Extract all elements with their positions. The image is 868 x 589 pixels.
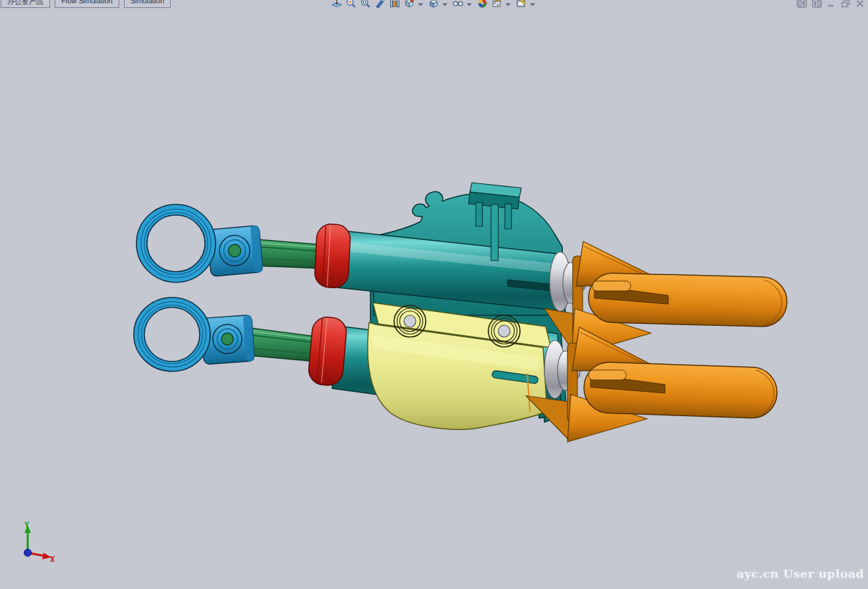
lower-end-collar[interactable] — [308, 316, 348, 387]
graphics-viewport[interactable]: Y X ayc.cn User upload — [0, 11, 868, 589]
cad-model — [0, 0, 868, 589]
upper-ring-handle[interactable] — [136, 204, 216, 282]
triad-y-label: Y — [24, 520, 30, 530]
upper-end-collar[interactable] — [314, 224, 351, 289]
lower-ring-handle[interactable] — [134, 297, 210, 371]
upper-clevis-block[interactable] — [207, 226, 263, 277]
watermark-text: ayc.cn User upload — [737, 567, 864, 580]
triad-x-label: X — [50, 555, 55, 564]
orientation-triad: Y X — [11, 520, 73, 576]
